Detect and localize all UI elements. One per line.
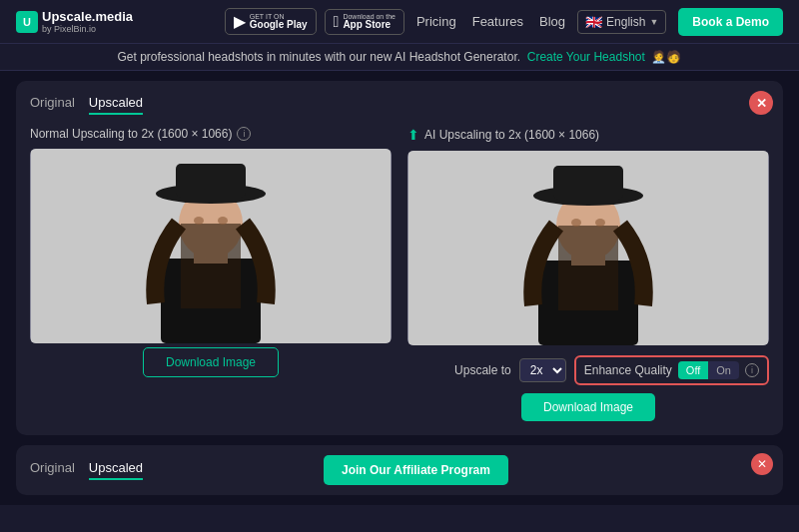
nav-pricing[interactable]: Pricing [416,14,456,29]
right-download-row: Download Image [407,393,769,421]
nav-blog[interactable]: Blog [539,14,565,29]
flag-icon: 🇬🇧 [585,14,602,30]
nav-features[interactable]: Features [472,14,523,29]
tab-original-1[interactable]: Original [30,95,75,115]
tabs-2: Original Upscaled [30,460,143,480]
left-image [30,149,392,343]
close-button-1[interactable]: ✕ [749,91,773,115]
controls-row: Upscale to 2x 4x Enhance Quality Off On … [407,355,769,385]
svg-point-16 [571,219,581,227]
tabs-1: Original Upscaled [30,95,769,115]
store-badges: ▶ GET IT ON Google Play  Download on th… [225,8,404,35]
download-left-button[interactable]: Download Image [143,347,279,377]
svg-point-17 [595,219,605,227]
create-headshot-link[interactable]: Create Your Headshot [527,50,645,64]
app-store-bottom: App Store [343,20,396,30]
download-right-button[interactable]: Download Image [521,393,655,421]
logo: U Upscale.media by PixelBin.io [16,9,133,34]
columns: Normal Upscaling to 2x (1600 × 1066) i [30,127,769,421]
lang-text: English [606,15,645,29]
upscale-label: Upscale to [454,363,511,377]
svg-point-7 [194,217,204,225]
logo-icon: U [16,11,38,33]
svg-point-8 [218,217,228,225]
app-store-badge[interactable]:  Download on the App Store [325,9,404,35]
left-download-row: Download Image [30,347,392,377]
apple-icon:  [334,13,340,31]
header: U Upscale.media by PixelBin.io ▶ GET IT … [0,0,799,44]
left-info-icon[interactable]: i [237,127,251,141]
nav-links: Pricing Features Blog [416,14,565,29]
enhance-info-icon[interactable]: i [745,363,759,377]
tab-original-2[interactable]: Original [30,460,75,480]
toggle-off-button[interactable]: Off [678,361,708,379]
book-demo-button[interactable]: Book a Demo [678,8,783,36]
right-col: ⬆ AI Upscaling to 2x (1600 × 1066) [407,127,769,421]
svg-rect-15 [558,226,618,310]
tab-upscaled-1[interactable]: Upscaled [89,95,143,115]
logo-sub: by PixelBin.io [42,24,133,34]
right-col-title: ⬆ AI Upscaling to 2x (1600 × 1066) [407,127,769,143]
svg-rect-14 [553,166,623,200]
chevron-down-icon: ▼ [649,17,658,27]
google-play-badge[interactable]: ▶ GET IT ON Google Play [225,8,317,35]
announcement-text: Get professional headshots in minutes wi… [117,50,520,64]
right-image [407,151,769,345]
google-play-bottom: Google Play [250,20,308,30]
announcement-bar: Get professional headshots in minutes wi… [0,44,799,71]
left-col: Normal Upscaling to 2x (1600 × 1066) i [30,127,392,421]
toggle-group: Off On [678,361,739,379]
enhance-quality-box: Enhance Quality Off On i [574,355,769,385]
google-play-icon: ▶ [234,12,246,31]
main-content: ✕ Original Upscaled Normal Upscaling to … [0,71,799,505]
left-col-title: Normal Upscaling to 2x (1600 × 1066) i [30,127,392,141]
svg-rect-5 [176,164,246,198]
comparison-card-1: ✕ Original Upscaled Normal Upscaling to … [16,81,783,435]
svg-rect-6 [181,224,241,308]
logo-main: Upscale.media [42,9,133,24]
close-button-2[interactable]: ✕ [751,453,773,475]
tab-upscaled-2[interactable]: Upscaled [89,460,143,480]
ai-icon: ⬆ [407,127,419,143]
comparison-card-2: ✕ Original Upscaled Join Our Affiliate P… [16,445,783,495]
logo-text: Upscale.media by PixelBin.io [42,9,133,34]
toggle-on-button[interactable]: On [708,361,739,379]
language-selector[interactable]: 🇬🇧 English ▼ [577,10,666,34]
enhance-quality-label: Enhance Quality [584,363,672,377]
upscale-select[interactable]: 2x 4x [519,358,566,382]
join-affiliate-button[interactable]: Join Our Affiliate Program [324,455,508,485]
